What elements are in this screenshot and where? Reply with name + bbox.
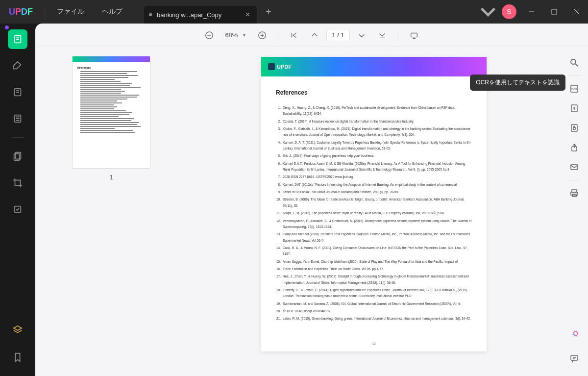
reference-item: 20.©: DOI: 10.4018/jegr.2008040102.	[276, 308, 472, 314]
prev-page-button[interactable]	[306, 26, 323, 44]
close-icon[interactable]: ×	[244, 10, 252, 19]
next-page-button[interactable]	[353, 26, 370, 44]
organize-tool[interactable]	[8, 109, 27, 128]
svg-text:OCR: OCR	[571, 88, 578, 91]
reference-item: 11.Toops, L. M. (2013). The paperless of…	[276, 210, 472, 216]
separator	[568, 75, 580, 76]
edit-tool[interactable]	[8, 82, 27, 102]
separator	[398, 30, 398, 40]
close-button[interactable]	[565, 0, 588, 24]
references-heading: References	[276, 89, 472, 96]
share-button[interactable]	[565, 139, 583, 156]
reference-item: 10.Streeter, B. (2006). The future for t…	[276, 197, 472, 209]
workspace: 68%▼ 1 / 1 References 1	[35, 24, 588, 376]
highlight-tool[interactable]	[8, 56, 27, 75]
search-button[interactable]	[565, 54, 583, 72]
separator	[278, 30, 278, 40]
crop-tool[interactable]	[8, 173, 27, 193]
ocr-tooltip: OCRを使用してテキストを認識	[470, 75, 565, 91]
menu-file[interactable]: ファイル	[48, 7, 93, 16]
svg-point-22	[571, 59, 576, 64]
app-logo: UPDF	[0, 7, 42, 17]
page-thumbnail[interactable]: References	[72, 56, 150, 169]
svg-rect-27	[571, 125, 577, 131]
svg-rect-20	[411, 33, 417, 37]
document-page: UPDF References 1.Deng, X., Huang, Z., &…	[261, 57, 487, 351]
page-header: UPDF	[261, 57, 487, 76]
main-area: 68%▼ 1 / 1 References 1	[0, 24, 588, 376]
reference-item: 13.Garry and Michael (2008). Retailers T…	[276, 231, 472, 244]
page-number: 12	[261, 336, 487, 351]
fill-sign-tool[interactable]	[8, 200, 27, 219]
left-toolbar	[0, 24, 35, 376]
separator	[568, 180, 580, 180]
last-page-button[interactable]	[373, 26, 391, 44]
svg-point-34	[573, 334, 575, 335]
reference-item: 19.Subramanian, M. and Saxena, A. (2008)…	[276, 301, 472, 307]
references-list: 1.Deng, X., Huang, Z., & Cheng, X. (2019…	[276, 105, 472, 322]
menu-help[interactable]: ヘルプ	[93, 7, 131, 16]
print-button[interactable]	[565, 184, 583, 202]
thumbnail-number: 1	[109, 174, 113, 181]
content-area: References 1 UPDF References 1.Deng, X.,…	[35, 47, 588, 376]
zoom-in-button[interactable]	[253, 26, 271, 44]
ai-button[interactable]	[565, 326, 583, 344]
bookmark-tool[interactable]	[8, 348, 27, 367]
titlebar: UPDF ファイル ヘルプ banking w...apar_Copy × + …	[0, 0, 588, 24]
reference-item: 6.Kumari D.A.T., Ferdous Azam S. M. & Si…	[276, 161, 472, 173]
tab-icon	[149, 13, 152, 16]
svg-rect-1	[552, 9, 557, 14]
reference-item: 9.banks in Sri Lanka". Sri Lanka Journal…	[276, 189, 472, 195]
thumbnail-panel: References 1	[35, 47, 187, 376]
reference-item: 5.Eric J., (2017). Four ways of going pa…	[276, 153, 472, 159]
convert-button[interactable]	[565, 100, 583, 117]
reference-item: 15.Aman Saggu, Yann Duval, Chorthip Utok…	[276, 259, 472, 265]
reference-item: 8.Kumari, DAT (2013a), "Factors Influenc…	[276, 182, 472, 188]
email-button[interactable]	[565, 158, 583, 176]
page-input[interactable]: 1 / 1	[326, 29, 349, 41]
reference-item: 4.Kumari, D. A. T. (2021). Customer Loya…	[276, 140, 472, 152]
reference-item: 12.Veeraraghavan, P., Almuairfi, S., & C…	[276, 218, 472, 230]
reference-item: 16.Trade Facilitation and Paperless Trad…	[276, 266, 472, 272]
protect-button[interactable]	[565, 119, 583, 137]
page-view[interactable]: UPDF References 1.Deng, X., Huang, Z., &…	[187, 47, 561, 376]
reference-item: 3.Kitsios, F., Giatsidis, I., & Kamariot…	[276, 126, 472, 138]
top-toolbar: 68%▼ 1 / 1	[35, 24, 588, 47]
presentation-button[interactable]	[405, 26, 423, 44]
right-toolbar: OCRを使用してテキストを認識 OCR	[561, 47, 588, 376]
svg-rect-28	[573, 127, 575, 129]
add-tab-button[interactable]: +	[257, 6, 280, 18]
ocr-button[interactable]: OCR	[565, 80, 583, 98]
separator	[45, 7, 45, 17]
reference-item: 1.Deng, X., Huang, Z., & Cheng, X. (2019…	[276, 105, 472, 117]
zoom-level[interactable]: 68%▼	[221, 31, 250, 39]
page-tool[interactable]	[8, 147, 27, 166]
svg-rect-35	[571, 355, 578, 360]
chevron-down-icon: ▼	[242, 32, 246, 38]
user-avatar[interactable]: S	[502, 4, 516, 19]
reference-item: 18.Flaherty, C., & Lovato, C. (2014). Di…	[276, 287, 472, 300]
svg-line-23	[575, 64, 578, 66]
first-page-button[interactable]	[285, 26, 303, 44]
separator	[12, 137, 24, 138]
maximize-button[interactable]	[543, 0, 565, 24]
reference-item: 21.Lalon, R. M. (2015). Green banking: G…	[276, 316, 472, 322]
reference-item: 17.Hee, J., Chen, Y., & Huang, W. (2003)…	[276, 274, 472, 286]
reader-tool[interactable]	[8, 29, 27, 49]
document-tab[interactable]: banking w...apar_Copy ×	[144, 6, 257, 24]
svg-rect-32	[571, 192, 578, 195]
layers-tool[interactable]	[8, 320, 27, 340]
zoom-out-button[interactable]	[200, 26, 218, 44]
reference-item: 14.Cook, R. A., & Munro, N. F. (2001). G…	[276, 245, 472, 257]
tab-title: banking w...apar_Copy	[157, 11, 244, 19]
svg-rect-30	[571, 165, 578, 170]
comment-button[interactable]	[565, 350, 583, 367]
reference-item: 7.2020 ISSN 2277-8616. IJSTR©2020.www.ij…	[276, 174, 472, 180]
minimize-button[interactable]	[520, 0, 543, 24]
indicator-dot	[5, 25, 9, 29]
chevron-down-icon[interactable]	[478, 2, 498, 22]
reference-item: 2.Cziesla, T. (2014). A literature revie…	[276, 119, 472, 125]
